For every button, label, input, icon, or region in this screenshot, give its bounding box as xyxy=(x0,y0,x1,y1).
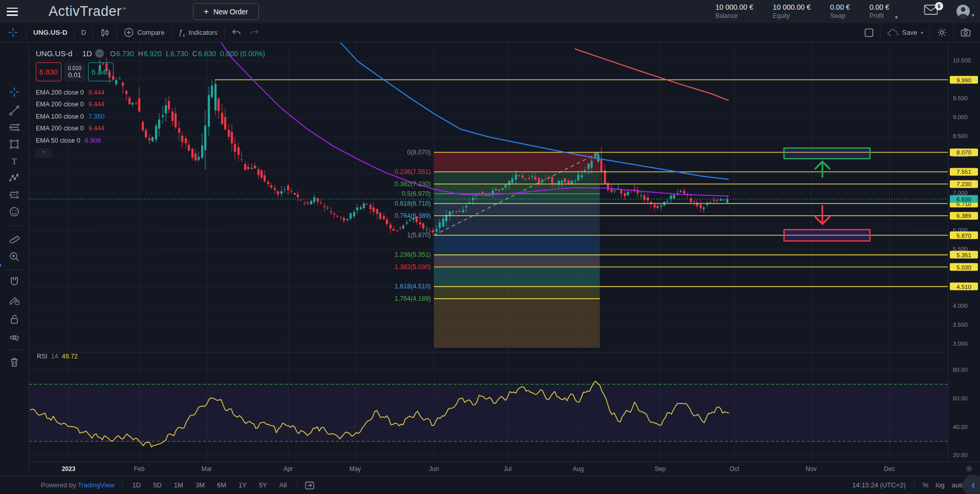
symbol-button[interactable]: UNG.US-D xyxy=(27,23,74,42)
price-level-tag: 4.510 xyxy=(950,283,978,290)
indicator-row[interactable]: EMA 200 close 09.444 xyxy=(36,123,265,135)
screenshot-button[interactable] xyxy=(954,23,980,42)
time-axis-gear-icon[interactable] xyxy=(965,465,973,473)
right-panel-expander[interactable]: ‹ xyxy=(963,475,980,494)
sell-button[interactable]: 6.830 xyxy=(36,62,61,81)
clock[interactable]: 14:15:24 (UTC+2) xyxy=(852,481,905,489)
layout-button[interactable] xyxy=(858,23,880,42)
stat-value: 10 000.00 € xyxy=(715,3,753,12)
time-label: Mar xyxy=(202,465,212,473)
indicators-button[interactable]: ƒx Indicators xyxy=(172,23,224,42)
rsi-value: 49.72 xyxy=(62,353,78,360)
indicator-row[interactable]: EMA 100 close 07.350 xyxy=(36,110,265,123)
compare-button[interactable]: Compare xyxy=(117,23,171,42)
range-button-1m[interactable]: 1M xyxy=(171,480,186,490)
price-level-tag: 5.030 xyxy=(950,263,978,271)
chart-toolbar: UNG.US-D D Compare ƒx Indicators xyxy=(0,23,980,42)
draw-lock-tool[interactable] xyxy=(6,291,23,309)
candles-icon xyxy=(100,28,110,38)
go-to-date-icon[interactable] xyxy=(304,481,315,490)
account-stats: 10 000.00 €Balance10 000.00 €Equity0.00 … xyxy=(715,0,889,23)
price-tick: 3.500 xyxy=(953,322,968,328)
undo-icon xyxy=(231,29,242,37)
lock-tool[interactable] xyxy=(6,310,23,328)
range-button-1y[interactable]: 1Y xyxy=(235,480,250,490)
horizontal-lines-tool[interactable] xyxy=(6,119,23,136)
legend-symbol[interactable]: UNG.US-d xyxy=(36,49,73,58)
tradingview-link[interactable]: TradingView xyxy=(78,481,115,489)
price-level-tag: 5.351 xyxy=(950,251,978,259)
indicator-row[interactable]: EMA 50 close 06.906 xyxy=(36,134,265,147)
time-label: Jul xyxy=(504,465,511,473)
indicator-row[interactable]: EMA 200 close 09.444 xyxy=(36,86,265,99)
log-scale-button[interactable]: log xyxy=(935,481,944,489)
hide-drawings-icon xyxy=(9,332,20,343)
left-panel-expander[interactable]: › xyxy=(0,258,2,272)
time-label: Oct xyxy=(730,465,739,473)
save-button[interactable]: Save ▾ xyxy=(881,23,930,42)
hide-series-icon[interactable]: – xyxy=(95,49,104,58)
rsi-legend: RSI 14 49.72 xyxy=(37,353,78,360)
legend-interval: 1D xyxy=(82,49,92,58)
ruler-tool[interactable] xyxy=(6,229,23,246)
trash-icon xyxy=(9,356,20,368)
crosshair-tool[interactable] xyxy=(6,83,23,101)
price-axis[interactable]: 10.5009.5009.0008.5008.0007.0006.0005.50… xyxy=(948,42,980,462)
price-tick: 9.000 xyxy=(953,114,968,120)
range-button-3m[interactable]: 3M xyxy=(192,480,208,490)
stat-label: Swap xyxy=(830,12,850,20)
xabcd-pattern-tool[interactable] xyxy=(6,169,23,187)
profit-chevron-icon[interactable]: ▾ xyxy=(895,14,898,20)
interval-button[interactable]: D xyxy=(75,23,93,42)
indicator-value: 9.444 xyxy=(89,125,104,132)
magnet-icon xyxy=(9,276,20,287)
powered-by: Powered by TradingView xyxy=(41,481,115,489)
indicator-label: EMA 200 close 0 xyxy=(36,101,84,108)
rectangle-tool[interactable] xyxy=(6,136,23,153)
range-buttons: 1D5D1M3M6M1Y5YAll xyxy=(129,480,290,490)
stat-value: 0.00 € xyxy=(869,3,889,12)
ohlc-item: C6.830 xyxy=(192,50,216,58)
buy-button[interactable]: 6.840 xyxy=(88,62,114,81)
notifications-button[interactable]: 6 xyxy=(924,4,941,19)
collapse-legend-button[interactable]: ⌃ xyxy=(36,149,51,158)
stat-balance: 10 000.00 €Balance xyxy=(715,3,753,20)
undo-button[interactable] xyxy=(225,23,248,42)
range-button-5d[interactable]: 5D xyxy=(150,480,165,490)
crosshair-icon xyxy=(8,28,18,37)
hide-drawings-tool[interactable] xyxy=(6,329,23,346)
time-label: Sep xyxy=(655,465,665,473)
user-menu-button[interactable]: ▾ xyxy=(956,4,974,18)
rsi-tick: 40.00 xyxy=(953,424,968,430)
range-button-5y[interactable]: 5Y xyxy=(256,480,270,490)
trash-tool[interactable] xyxy=(6,353,23,371)
crosshair-mode-button[interactable] xyxy=(0,23,26,42)
trend-line-tool[interactable] xyxy=(6,102,23,119)
range-button-1d[interactable]: 1D xyxy=(129,480,144,490)
text-tool[interactable]: T xyxy=(6,152,23,170)
indicator-row[interactable]: EMA 200 close 09.444 xyxy=(36,99,265,111)
indicator-legend: EMA 200 close 09.444EMA 200 close 09.444… xyxy=(36,86,265,147)
notification-badge: 6 xyxy=(935,2,943,10)
ohlc-item: H6.920 xyxy=(138,50,162,58)
magnet-tool[interactable] xyxy=(6,273,23,290)
rail-divider xyxy=(5,270,24,270)
range-button-all[interactable]: All xyxy=(276,480,290,490)
ohlc-item: L6.730 xyxy=(166,50,188,58)
ruler-icon xyxy=(9,232,20,243)
range-button-6m[interactable]: 6M xyxy=(214,480,229,490)
zoom-in-tool[interactable] xyxy=(6,248,23,265)
menu-icon[interactable] xyxy=(7,8,18,16)
percent-scale-button[interactable]: % xyxy=(923,481,929,489)
emoji-tool[interactable] xyxy=(6,203,23,220)
fx-icon: ƒx xyxy=(179,28,185,38)
forecast-tool[interactable] xyxy=(6,186,23,204)
time-label: Apr xyxy=(284,465,293,473)
chart-style-button[interactable] xyxy=(93,23,117,42)
stat-value: 0.00 € xyxy=(830,3,850,12)
chart-settings-button[interactable] xyxy=(930,23,953,42)
new-order-button[interactable]: + New Order xyxy=(193,3,259,20)
bottom-bar: Powered by TradingView 1D5D1M3M6M1Y5YAll… xyxy=(0,476,980,494)
redo-button[interactable] xyxy=(248,23,266,42)
time-axis[interactable]: 2023FebMarAprMayJunJulAugSepOctNovDec xyxy=(0,462,980,476)
